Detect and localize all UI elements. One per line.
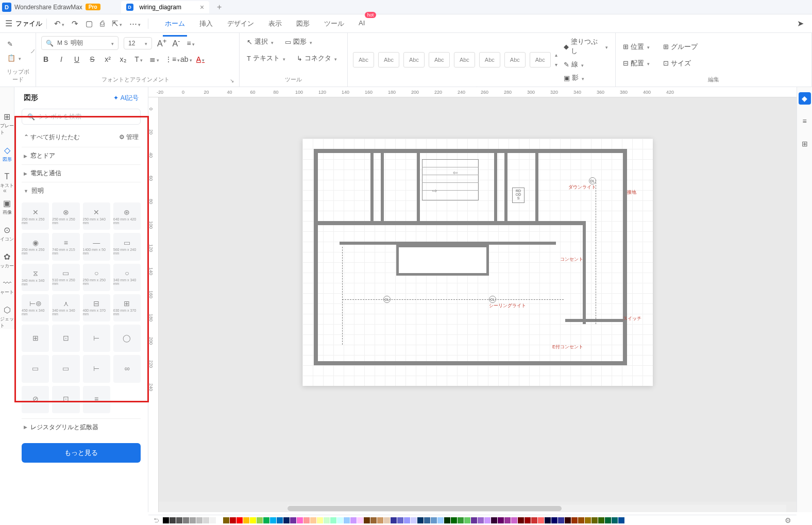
color-swatch[interactable]: [230, 517, 236, 523]
color-swatch[interactable]: [350, 517, 357, 523]
color-swatch[interactable]: [558, 517, 564, 523]
tab-view[interactable]: 表示: [266, 15, 284, 32]
export-icon[interactable]: ⇱: [109, 17, 125, 30]
color-swatch[interactable]: [605, 517, 611, 523]
shape-thumbnail[interactable]: ⊟400 mm x 370 mm: [83, 294, 110, 321]
style-pane-tab[interactable]: ⊞: [799, 138, 811, 150]
color-swatch[interactable]: [511, 517, 517, 523]
color-swatch[interactable]: [464, 517, 470, 523]
shape-thumbnail[interactable]: —1400 mm x 50 mm: [83, 233, 110, 260]
color-swatch[interactable]: [163, 517, 169, 523]
ai-symbols-link[interactable]: ✦ AI記号: [113, 94, 139, 103]
color-swatch[interactable]: [270, 517, 276, 523]
file-menu[interactable]: ファイル: [15, 19, 42, 28]
save-icon[interactable]: ▢: [82, 17, 96, 30]
color-swatch[interactable]: [290, 517, 296, 523]
color-swatch[interactable]: [337, 517, 343, 523]
canvas-viewport[interactable]: ダウンライト 接地 コンセント シーリングライト スイッチ E付コンセント RD…: [159, 97, 797, 502]
style-preset[interactable]: Abc: [353, 52, 374, 67]
color-swatch[interactable]: [411, 517, 417, 523]
subscript-icon[interactable]: x₂: [119, 55, 128, 63]
close-tab-icon[interactable]: ×: [200, 3, 204, 11]
size-menu[interactable]: ⊡ サイズ: [661, 58, 693, 69]
shape-thumbnail[interactable]: ◉250 mm x 250 mm: [22, 233, 49, 260]
shape-thumbnail[interactable]: ≡740 mm x 215 mm: [52, 233, 79, 260]
shape-tool[interactable]: ▭ 図形: [283, 36, 314, 47]
shape-thumbnail[interactable]: ∞: [113, 355, 141, 382]
superscript-icon[interactable]: x²: [103, 55, 112, 63]
color-swatch[interactable]: [310, 517, 316, 523]
color-swatch[interactable]: [437, 517, 444, 523]
horizontal-scrollbar[interactable]: [287, 505, 786, 512]
style-preset[interactable]: Abc: [378, 52, 399, 67]
color-swatch[interactable]: [370, 517, 377, 523]
color-swatch[interactable]: [618, 517, 624, 523]
format-painter-icon[interactable]: ✎: [5, 39, 15, 49]
color-swatch[interactable]: [330, 517, 336, 523]
style-preset[interactable]: Abc: [479, 52, 500, 67]
font-dialog-launcher[interactable]: ↘: [230, 78, 234, 83]
color-swatch[interactable]: [504, 517, 511, 523]
color-swatch[interactable]: [451, 517, 457, 523]
shape-thumbnail[interactable]: ✕250 mm x 250 mm: [22, 202, 49, 230]
select-tool[interactable]: ↖ 選択: [245, 36, 276, 47]
tab-insert[interactable]: 挿入: [197, 15, 215, 32]
color-swatch[interactable]: [317, 517, 323, 523]
color-swatch[interactable]: [203, 517, 209, 523]
text-case-icon[interactable]: T: [134, 55, 143, 63]
color-swatch[interactable]: [551, 517, 557, 523]
color-swatch[interactable]: [431, 517, 437, 523]
widget-tab[interactable]: ⬡ジェット: [0, 305, 14, 329]
color-swatch[interactable]: [196, 517, 202, 523]
shape-thumbnail[interactable]: ◯: [113, 325, 141, 352]
shape-thumbnail[interactable]: ▭510 mm x 250 mm: [52, 264, 79, 291]
shape-thumbnail[interactable]: ✕250 mm x 340 mm: [83, 202, 110, 230]
shape-thumbnail[interactable]: ⊢: [83, 325, 110, 352]
line-spacing-icon[interactable]: ≣: [149, 55, 159, 63]
drawing-page[interactable]: ダウンライト 接地 コンセント シーリングライト スイッチ E付コンセント RD…: [302, 139, 653, 386]
color-swatch[interactable]: [458, 517, 464, 523]
color-swatch[interactable]: [565, 517, 571, 523]
shape-thumbnail[interactable]: ⊢⊚450 mm x 340 mm: [22, 294, 49, 321]
shape-thumbnail[interactable]: ≡: [83, 386, 110, 413]
underline-icon[interactable]: U: [72, 55, 81, 63]
color-swatch[interactable]: [518, 517, 524, 523]
category-windows-doors[interactable]: ▶窓とドア: [22, 147, 141, 164]
gallery-up-icon[interactable]: ▴: [555, 52, 557, 58]
style-preset[interactable]: Abc: [530, 52, 551, 67]
style-preset[interactable]: Abc: [403, 52, 425, 67]
color-swatch[interactable]: [498, 517, 504, 523]
color-swatch[interactable]: [216, 517, 223, 523]
align-icon[interactable]: ≡: [186, 39, 195, 47]
color-swatch[interactable]: [277, 517, 283, 523]
text-tool[interactable]: T テキスト: [245, 53, 287, 64]
color-swatch[interactable]: [183, 517, 189, 523]
color-swatch[interactable]: [357, 517, 363, 523]
color-swatch[interactable]: [263, 517, 269, 523]
color-swatch[interactable]: [578, 517, 584, 523]
color-swatch[interactable]: [538, 517, 544, 523]
shape-thumbnail[interactable]: ▭560 mm x 240 mm: [113, 233, 141, 260]
shape-thumbnail[interactable]: ▭: [22, 355, 49, 382]
color-swatch[interactable]: [598, 517, 604, 523]
color-swatch[interactable]: [612, 517, 618, 523]
color-swatch[interactable]: [176, 517, 182, 523]
color-swatch[interactable]: [190, 517, 196, 523]
color-swatch[interactable]: [545, 517, 551, 523]
color-swatch[interactable]: [223, 517, 229, 523]
color-bar-settings-icon[interactable]: ⚙: [785, 516, 791, 524]
redo-icon[interactable]: ↷: [69, 17, 81, 30]
color-swatch[interactable]: [391, 517, 397, 523]
color-swatch[interactable]: [397, 517, 403, 523]
color-swatch[interactable]: [424, 517, 430, 523]
chart-tab[interactable]: 〰ャート: [0, 279, 14, 296]
color-swatch[interactable]: [404, 517, 410, 523]
color-swatch[interactable]: [236, 517, 243, 523]
shape-thumbnail[interactable]: ⊞630 mm x 370 mm: [113, 294, 141, 321]
color-swatch[interactable]: [525, 517, 531, 523]
category-lighting[interactable]: ▼照明: [22, 182, 141, 199]
more-icon[interactable]: ⋯: [126, 17, 144, 30]
bullet-icon[interactable]: ⋮≡: [165, 55, 174, 63]
tab-tools[interactable]: ツール: [322, 15, 346, 32]
color-swatch[interactable]: [417, 517, 424, 523]
